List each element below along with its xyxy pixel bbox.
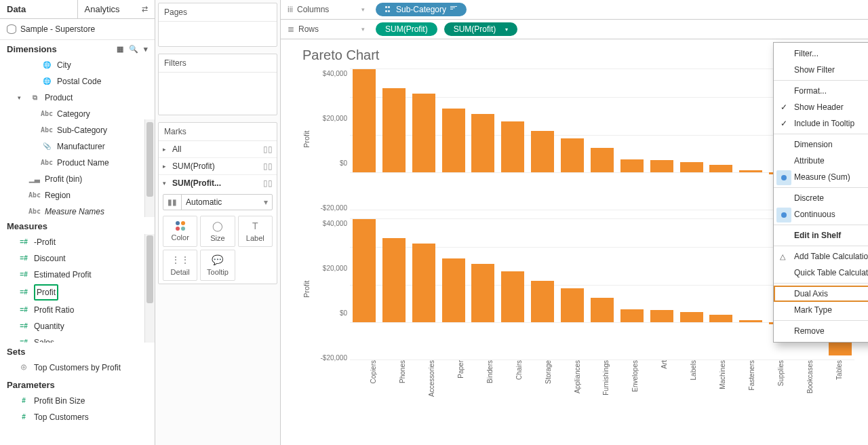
bar-paper[interactable] — [442, 109, 465, 172]
grid-icon — [385, 6, 392, 13]
bar-accessories[interactable] — [412, 244, 435, 322]
bar-machines[interactable] — [709, 165, 732, 172]
menu-show-header[interactable]: ✓Show Header — [774, 99, 868, 115]
bar-storage[interactable] — [531, 131, 554, 172]
measure-estimated-profit[interactable]: =#Estimated Profit — [0, 267, 155, 283]
dimensions-menu-icon[interactable]: ▾ — [144, 45, 148, 54]
menu-mark-type[interactable]: Mark Type — [774, 302, 868, 318]
chevron-down-icon: ▾ — [260, 195, 272, 210]
bar-labels[interactable] — [680, 162, 703, 172]
label-button[interactable]: TLabel — [238, 216, 273, 247]
detail-button[interactable]: ⋮⋮Detail — [163, 250, 197, 281]
parameter-item[interactable]: #Profit Bin Size — [0, 393, 155, 409]
size-button[interactable]: ◯Size — [200, 216, 235, 247]
search-icon[interactable]: 🔍 — [129, 45, 138, 54]
dimension-measure-names[interactable]: AbcMeasure Names — [0, 204, 155, 217]
measure-discount[interactable]: =#Discount — [0, 250, 155, 267]
parameter-item[interactable]: #Top Customers — [0, 409, 155, 425]
pill-subcategory[interactable]: Sub-Category — [376, 3, 467, 16]
menu-filter[interactable]: Filter... — [774, 45, 868, 62]
bar-envelopes[interactable] — [620, 309, 644, 322]
abc-icon: Abc — [41, 107, 53, 121]
bar-envelopes[interactable] — [620, 159, 644, 172]
columns-shelf[interactable]: iiiColumns▾ Sub-Category — [281, 0, 868, 20]
color-button[interactable]: Color — [163, 216, 197, 247]
dimension-category[interactable]: AbcCategory — [0, 106, 155, 122]
menu-dual-axis[interactable]: Dual Axis — [774, 286, 868, 302]
datasource-row[interactable]: Sample - Superstore — [0, 19, 155, 40]
bar-paper[interactable] — [442, 258, 465, 322]
bar-appliances[interactable] — [561, 138, 584, 172]
menu-add-table-calculation[interactable]: △Add Table Calculation... — [774, 248, 868, 265]
bar-furnishings[interactable] — [591, 148, 614, 172]
view-toggle-icon[interactable]: ▦ — [117, 45, 123, 54]
marks-row-1[interactable]: ▸SUM(Profit)▯▯ — [159, 157, 277, 174]
chevron-down-icon: ▾ — [505, 26, 508, 33]
measure-profit-ratio[interactable]: =#Profit Ratio — [0, 302, 155, 318]
delta-icon: △ — [780, 252, 785, 261]
bar-binders[interactable] — [471, 114, 494, 172]
tab-analytics[interactable]: Analytics⇄ — [78, 0, 155, 18]
hash-icon: =# — [18, 235, 30, 249]
bar-accessories[interactable] — [412, 94, 435, 172]
rows-shelf[interactable]: ≣Rows▾ SUM(Profit) SUM(Profit)▾ — [281, 20, 868, 39]
x-category: Art — [652, 360, 677, 414]
marks-row-2[interactable]: ▾SUM(Profit...▯▯ — [159, 174, 277, 191]
menu-continuous[interactable]: Continuous — [774, 206, 868, 222]
bar-art[interactable] — [650, 160, 673, 172]
bar-chairs[interactable] — [501, 121, 524, 172]
bar-copiers[interactable] — [353, 69, 376, 172]
dimension-sub-category[interactable]: AbcSub-Category — [0, 122, 155, 138]
abc-icon: Abc — [28, 189, 41, 202]
menu-include-in-tooltip[interactable]: ✓Include in Tooltip — [774, 115, 868, 132]
x-category: Bookcases — [797, 360, 823, 414]
dimension-profit-bin-[interactable]: ▁▃Profit (bin) — [0, 171, 155, 187]
bar-phones[interactable] — [382, 88, 406, 172]
dimension-region[interactable]: AbcRegion — [0, 187, 155, 204]
dimension-postal-code[interactable]: 🌐Postal Code — [0, 73, 155, 90]
menu-remove[interactable]: Remove — [774, 323, 868, 339]
profit-chart-2: Profit$40,000$20,000$0-$20,000 — [301, 218, 854, 360]
x-category: Tables — [827, 360, 852, 414]
dimension-city[interactable]: 🌐City — [0, 57, 155, 73]
menu-quick-table-calculation[interactable]: Quick Table Calculation — [774, 265, 868, 281]
dimension-product-name[interactable]: AbcProduct Name — [0, 155, 155, 171]
menu-edit-in-shelf[interactable]: Edit in Shelf — [774, 227, 868, 244]
bar-labels[interactable] — [680, 312, 703, 322]
bar-machines[interactable] — [709, 315, 732, 322]
x-category: Paper — [448, 360, 473, 414]
measure-sales[interactable]: =#Sales — [0, 334, 155, 343]
bar-furnishings[interactable] — [591, 298, 614, 322]
measure--profit[interactable]: =#-Profit — [0, 234, 155, 250]
x-category: Labels — [681, 360, 706, 414]
bar-phones[interactable] — [382, 238, 406, 322]
dimension-manufacturer[interactable]: 📎Manufacturer — [0, 138, 155, 155]
pages-card[interactable]: Pages — [158, 3, 277, 47]
swap-icon: ⇄ — [142, 5, 148, 14]
bar-art[interactable] — [650, 310, 673, 322]
menu-discrete[interactable]: Discrete — [774, 190, 868, 206]
menu-format[interactable]: Format... — [774, 83, 868, 99]
filters-card[interactable]: Filters — [158, 54, 277, 115]
menu-dimension[interactable]: Dimension — [774, 136, 868, 153]
tooltip-button[interactable]: 💬Tooltip — [200, 250, 235, 281]
bar-storage[interactable] — [531, 281, 554, 322]
bar-appliances[interactable] — [561, 288, 584, 322]
dimension-product[interactable]: ▾⧉Product — [0, 90, 155, 106]
marks-row-0[interactable]: ▸All▯▯ — [159, 141, 277, 157]
bar-chairs[interactable] — [501, 271, 524, 322]
mark-type-select[interactable]: ▮▮ Automatic ▾ — [163, 194, 273, 210]
set-item[interactable]: ⦾Top Customers by Profit — [0, 360, 155, 376]
menu-attribute[interactable]: Attribute — [774, 153, 868, 169]
tab-data[interactable]: Data — [0, 0, 78, 18]
menu-show-filter[interactable]: Show Filter — [774, 62, 868, 78]
measure-quantity[interactable]: =#Quantity — [0, 318, 155, 334]
x-category: Envelopes — [623, 360, 648, 414]
hash-icon: =# — [18, 252, 30, 265]
bar-copiers[interactable] — [353, 219, 376, 322]
menu-measure-sum[interactable]: Measure (Sum) — [774, 169, 868, 185]
measure-profit[interactable]: =#Profit — [0, 283, 155, 302]
bar-binders[interactable] — [471, 264, 494, 322]
pill-sum-profit-1[interactable]: SUM(Profit) — [376, 22, 437, 36]
pill-sum-profit-2[interactable]: SUM(Profit)▾ — [444, 22, 518, 36]
